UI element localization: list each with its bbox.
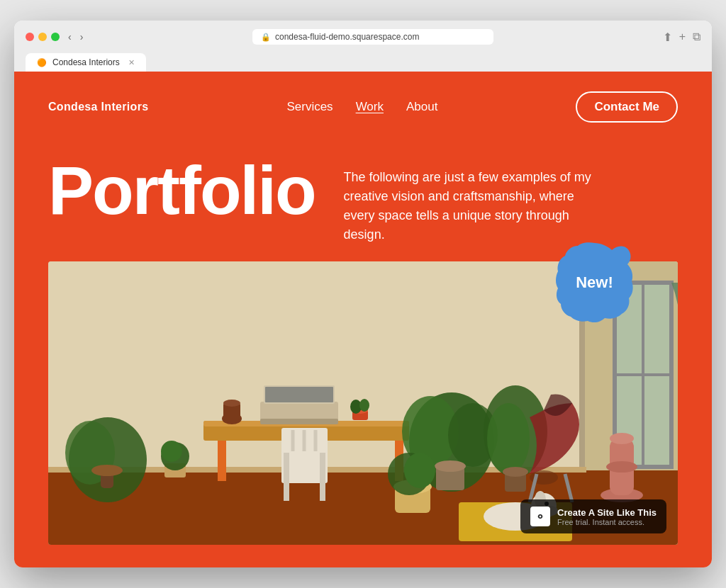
- svg-point-28: [359, 399, 369, 412]
- close-button[interactable]: [26, 33, 34, 41]
- hero-title: Portfolio: [48, 157, 315, 225]
- traffic-lights: [26, 33, 60, 41]
- tabs-icon[interactable]: ⧉: [693, 30, 700, 44]
- svg-point-49: [503, 467, 528, 477]
- contact-button[interactable]: Contact Me: [576, 91, 678, 123]
- svg-point-24: [223, 400, 240, 407]
- navigation: Condesa Interiors Services Work About Co…: [14, 72, 712, 142]
- svg-point-68: [540, 516, 542, 518]
- svg-rect-21: [265, 387, 333, 402]
- tab-close-icon[interactable]: ✕: [128, 58, 135, 67]
- share-icon[interactable]: ⬆: [663, 30, 672, 44]
- maximize-button[interactable]: [51, 33, 60, 41]
- squarespace-text: Create A Site Like This Free trial. Inst…: [557, 507, 657, 526]
- svg-rect-18: [260, 402, 338, 421]
- svg-point-53: [404, 453, 435, 488]
- browser-window: ‹ › 🔒 condesa-fluid-demo.squarespace.com…: [14, 21, 712, 567]
- url-text: condesa-fluid-demo.squarespace.com: [275, 32, 419, 42]
- svg-point-47: [487, 403, 530, 474]
- nav-links: Services Work About: [286, 100, 437, 114]
- forward-button[interactable]: ›: [80, 31, 84, 43]
- minimize-button[interactable]: [38, 33, 47, 41]
- sq-main-text: Create A Site Like This: [557, 507, 657, 518]
- sq-sub-text: Free trial. Instant access.: [557, 518, 657, 526]
- svg-rect-33: [320, 451, 325, 494]
- nav-services[interactable]: Services: [286, 100, 333, 114]
- active-tab[interactable]: 🟠 Condesa Interiors ✕: [26, 53, 146, 72]
- svg-rect-19: [260, 419, 338, 424]
- nav-work[interactable]: Work: [356, 100, 384, 114]
- back-button[interactable]: ‹: [68, 31, 72, 43]
- browser-chrome: ‹ › 🔒 condesa-fluid-demo.squarespace.com…: [14, 21, 712, 72]
- svg-point-13: [91, 465, 123, 476]
- squarespace-badge[interactable]: Create A Site Like This Free trial. Inst…: [520, 499, 666, 533]
- address-bar[interactable]: 🔒 condesa-fluid-demo.squarespace.com: [252, 29, 493, 45]
- tab-title: Condesa Interiors: [52, 57, 120, 67]
- svg-rect-14: [218, 439, 226, 481]
- svg-point-45: [161, 441, 182, 462]
- new-tab-icon[interactable]: +: [679, 30, 686, 44]
- svg-point-42: [435, 460, 466, 472]
- nav-about[interactable]: About: [406, 100, 437, 114]
- hero-description: The following are just a few examples of…: [344, 157, 599, 244]
- portfolio-image-container: New!: [48, 261, 678, 545]
- tab-favicon: 🟠: [37, 58, 47, 67]
- site-content: Condesa Interiors Services Work About Co…: [14, 72, 712, 567]
- new-badge-text: New!: [554, 240, 635, 325]
- svg-rect-32: [284, 451, 289, 494]
- squarespace-logo: [530, 507, 550, 526]
- svg-point-59: [610, 433, 634, 444]
- hero-section: Portfolio The following are just a few e…: [14, 142, 712, 244]
- svg-point-60: [606, 461, 637, 473]
- lock-icon: 🔒: [261, 33, 271, 42]
- site-logo[interactable]: Condesa Interiors: [48, 101, 148, 113]
